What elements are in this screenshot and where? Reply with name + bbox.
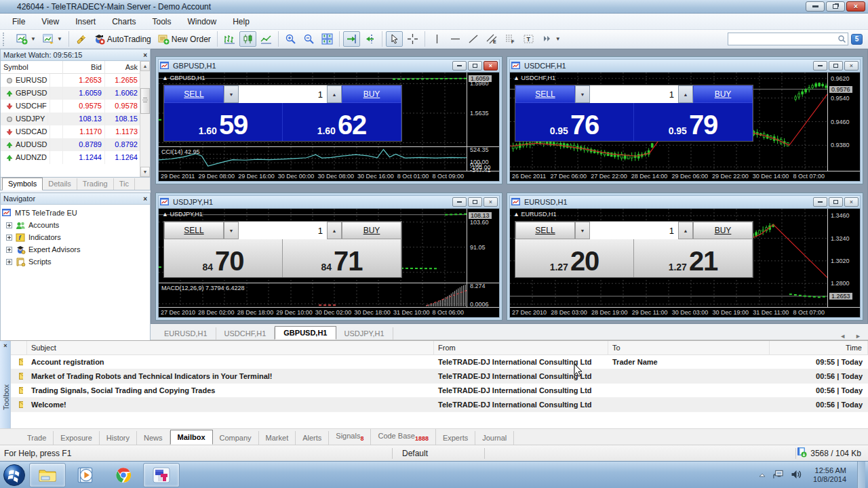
chart-restore-button[interactable]	[829, 197, 843, 207]
sell-button[interactable]: SELL	[515, 85, 575, 103]
sell-button[interactable]: SELL	[515, 222, 575, 239]
tab-details[interactable]: Details	[43, 178, 77, 190]
tree-item-accounts[interactable]: Accounts	[2, 219, 149, 231]
chart-close-button[interactable]: ×	[844, 197, 859, 207]
tile-windows-button[interactable]	[319, 31, 336, 47]
volume-down-icon[interactable]: ▼	[575, 222, 590, 239]
chart-area[interactable]: 0.96200.95760.95400.94600.9380▲ USDCHF,H…	[509, 72, 861, 182]
toolbox-tab-alerts[interactable]: Alerts	[296, 431, 329, 445]
scroll-down-icon[interactable]: ▼	[140, 167, 150, 177]
restore-button[interactable]	[826, 1, 845, 12]
market-watch-row[interactable]: AUDUSD0.87890.8792	[1, 138, 140, 151]
chart-tab-gbpusd-h1[interactable]: GBPUSD,H1	[275, 326, 336, 340]
menu-tools[interactable]: Tools	[144, 14, 180, 29]
chevron-down-icon[interactable]: ▼	[31, 36, 36, 42]
text-label-button[interactable]: T	[520, 31, 537, 47]
sell-button[interactable]: SELL	[164, 222, 224, 239]
sell-button[interactable]: SELL	[164, 85, 224, 103]
chart-window-titlebar[interactable]: USDCHF,H1×	[509, 59, 861, 72]
chart-window-gbpusd[interactable]: GBPUSD,H1×1.60591.59801.5635▲ GBPUSD,H1S…	[155, 56, 502, 184]
market-watch-row[interactable]: USDCAD1.11701.1173	[1, 125, 140, 138]
explorer-taskbar-button[interactable]	[29, 463, 66, 487]
volume-icon[interactable]	[791, 470, 802, 481]
network-icon[interactable]	[772, 470, 784, 481]
chart-shift-button[interactable]	[361, 31, 378, 47]
tree-item-scripts[interactable]: Scripts	[2, 256, 149, 268]
chart-tab-eurusd-h1[interactable]: EURUSD,H1	[156, 327, 216, 340]
mail-row[interactable]: Account registrationTeleTRADE-DJ Interna…	[11, 355, 868, 369]
buy-button[interactable]: BUY	[342, 85, 401, 103]
tray-expand-icon[interactable]	[759, 471, 766, 479]
buy-button[interactable]: BUY	[693, 222, 753, 239]
market-watch-row[interactable]: USDJPY108.13108.15	[1, 113, 140, 125]
chart-restore-button[interactable]	[829, 61, 843, 70]
chat-notification-badge[interactable]: 5	[851, 34, 863, 45]
status-profile[interactable]: Default	[393, 449, 484, 458]
chart-close-button[interactable]: ×	[484, 197, 498, 207]
column-header-to[interactable]: To	[608, 341, 770, 355]
market-watch-scrollbar[interactable]: ▲ ▼	[140, 61, 150, 177]
chart-area[interactable]: 1.60591.59801.5635▲ GBPUSD,H1SELL▼1▲BUY1…	[158, 72, 500, 182]
expand-icon[interactable]	[6, 222, 12, 228]
tree-item-expert-advisors[interactable]: Expert Advisors	[2, 243, 149, 256]
profiles-button[interactable]: ▼	[40, 31, 65, 47]
market-watch-row[interactable]: AUDNZD1.12441.1264	[1, 151, 140, 164]
toolbox-tab-company[interactable]: Company	[213, 431, 259, 445]
volume-down-icon[interactable]: ▼	[575, 85, 590, 103]
trendline-button[interactable]	[465, 31, 482, 47]
chart-minimize-button[interactable]	[813, 61, 827, 70]
menu-insert[interactable]: Insert	[67, 14, 104, 29]
volume-up-icon[interactable]: ▲	[678, 222, 693, 239]
arrows-button[interactable]: ▼	[538, 31, 564, 47]
toolbox-tab-code-base[interactable]: Code Base1888	[371, 429, 435, 445]
chart-minimize-button[interactable]	[452, 197, 467, 207]
menu-window[interactable]: Window	[180, 14, 225, 29]
fibonacci-button[interactable]: F	[502, 31, 519, 47]
column-header-from[interactable]: From	[434, 341, 608, 355]
menu-file[interactable]: File	[4, 14, 33, 29]
zoom-in-button[interactable]	[282, 31, 299, 47]
column-header-bid[interactable]: Bid	[63, 61, 105, 74]
chart-window-titlebar[interactable]: EURUSD,H1×	[509, 195, 861, 208]
autotrading-button[interactable]: AutoTrading	[91, 31, 154, 47]
toolbox-tab-news[interactable]: News	[137, 431, 170, 445]
chart-window-usdjpy[interactable]: USDJPY,H1×108.13103.6091.05▲ USDJPY,H1SE…	[155, 192, 502, 321]
volume-value[interactable]: 1	[239, 85, 327, 103]
scroll-up-icon[interactable]: ▲	[140, 61, 150, 71]
tab-scroll-left-icon[interactable]: ◄	[840, 333, 846, 340]
auto-scroll-button[interactable]	[343, 31, 360, 47]
toolbox-tab-market[interactable]: Market	[259, 431, 296, 445]
chart-restore-button[interactable]	[468, 61, 482, 70]
bar-chart-button[interactable]	[221, 31, 238, 47]
toolbox-tab-mailbox[interactable]: Mailbox	[170, 430, 213, 445]
close-button[interactable]: ×	[846, 1, 865, 12]
start-button[interactable]	[0, 463, 28, 487]
toolbox-tab-trade[interactable]: Trade	[20, 431, 54, 445]
toolbox-tab-signals[interactable]: Signals8	[329, 429, 371, 445]
toolbox-tab-experts[interactable]: Experts	[436, 431, 475, 445]
chart-tab-usdjpy-h1[interactable]: USDJPY,H1	[336, 327, 393, 340]
market-watch-row[interactable]: GBPUSD1.60591.6062	[1, 87, 140, 100]
volume-up-icon[interactable]: ▲	[678, 85, 693, 103]
expand-icon[interactable]	[6, 235, 12, 241]
equidistant-channel-button[interactable]: E	[484, 31, 500, 47]
menu-help[interactable]: Help	[224, 14, 258, 29]
volume-up-icon[interactable]: ▲	[327, 85, 342, 103]
volume-value[interactable]: 1	[239, 222, 327, 239]
expand-icon[interactable]	[6, 247, 12, 253]
column-header-subject[interactable]: Subject	[27, 341, 434, 355]
crosshair-button[interactable]	[404, 31, 421, 47]
toolbox-tab-journal[interactable]: Journal	[475, 431, 514, 445]
menu-charts[interactable]: Charts	[104, 14, 144, 29]
column-header-ask[interactable]: Ask	[105, 61, 140, 74]
chart-tab-usdchf-h1[interactable]: USDCHF,H1	[216, 327, 275, 340]
chart-close-button[interactable]: ×	[484, 61, 498, 70]
tab-scroll-right-icon[interactable]: ►	[855, 333, 861, 340]
cursor-button[interactable]	[386, 31, 403, 47]
minimize-button[interactable]	[806, 1, 825, 12]
zoom-out-button[interactable]	[300, 31, 317, 47]
new-order-button[interactable]: New Order	[155, 31, 214, 47]
scroll-thumb[interactable]	[140, 88, 150, 114]
candlestick-button[interactable]	[239, 31, 256, 47]
chart-window-titlebar[interactable]: USDJPY,H1×	[158, 195, 500, 208]
